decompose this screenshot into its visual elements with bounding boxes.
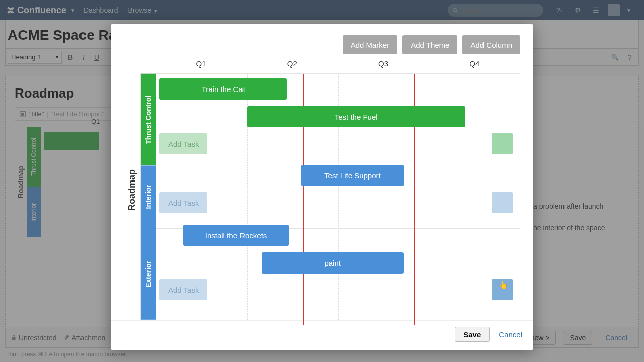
add-marker-button[interactable]: Add Marker (343, 35, 398, 54)
swatch-green[interactable] (492, 133, 513, 154)
col-q1[interactable]: Q1 (155, 59, 247, 73)
roadmap-vertical-label: Roadmap (124, 59, 140, 320)
bar-test-life-support[interactable]: Test Life Support (301, 165, 403, 186)
col-q3[interactable]: Q3 (338, 59, 429, 73)
add-column-button[interactable]: Add Column (462, 35, 520, 54)
bar-test-the-fuel[interactable]: Test the Fuel (247, 106, 465, 127)
modal-save-button[interactable]: Save (455, 327, 490, 342)
bar-paint[interactable]: paint (262, 252, 404, 274)
swatch-blue-light[interactable] (492, 192, 513, 213)
add-task-exterior[interactable]: Add Task (159, 279, 207, 300)
bar-install-rockets[interactable]: Install the Rockets (183, 225, 289, 246)
modal-cancel-button[interactable]: Cancel (499, 330, 522, 339)
add-task-thrust[interactable]: Add Task (159, 133, 207, 154)
swatch-blue[interactable] (492, 279, 513, 300)
col-q4[interactable]: Q4 (429, 59, 520, 73)
lane-exterior[interactable]: Exterior (141, 228, 156, 320)
col-q2[interactable]: Q2 (247, 59, 338, 73)
add-theme-button[interactable]: Add Theme (403, 35, 457, 54)
add-task-interior[interactable]: Add Task (159, 192, 207, 213)
bar-train-the-cat[interactable]: Train the Cat (159, 78, 287, 100)
modal-overlay: Add Marker Add Theme Add Column Roadmap … (0, 0, 644, 362)
lane-interior[interactable]: Interior (141, 165, 156, 228)
lane-thrust-control[interactable]: Thrust Control (141, 74, 156, 165)
roadmap-modal: Add Marker Add Theme Add Column Roadmap … (111, 24, 533, 350)
